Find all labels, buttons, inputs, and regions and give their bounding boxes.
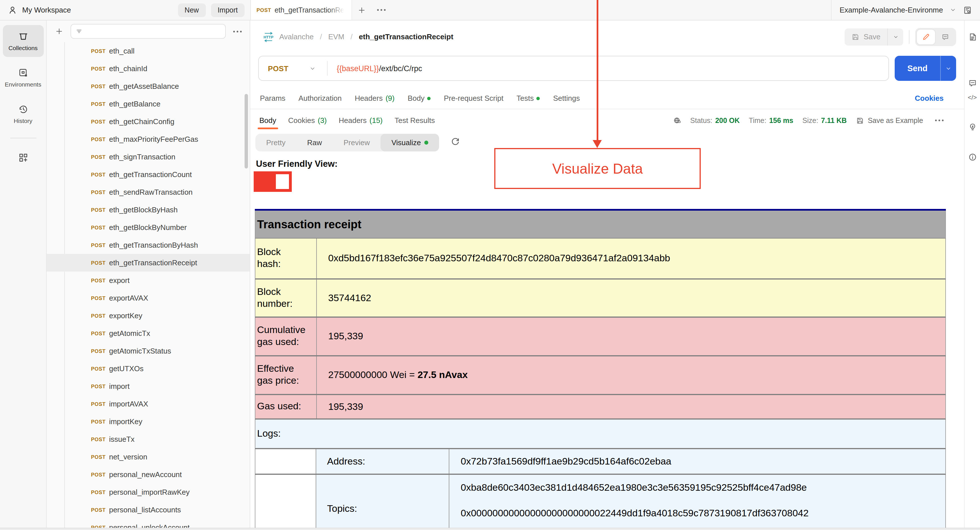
table-row-block-number: Block number: 35744162 [255, 279, 946, 318]
sidebar-filter-input[interactable] [83, 24, 225, 38]
environment-selector[interactable]: Example-Avalanche-Environme [840, 6, 943, 14]
tab-options-button[interactable] [371, 0, 391, 20]
environment-quick-look-icon[interactable] [963, 5, 972, 14]
comments-icon[interactable] [968, 78, 977, 88]
request-list-item[interactable]: POST import [47, 377, 250, 395]
breadcrumb-collection[interactable]: Avalanche [279, 32, 314, 41]
request-list-item[interactable]: POST getUTXOs [47, 360, 250, 377]
grid-add-icon [18, 153, 28, 163]
tab-pre-request-script[interactable]: Pre-request Script [444, 94, 504, 102]
code-snippet-icon[interactable]: </> [968, 94, 977, 101]
view-visualize[interactable]: Visualize [380, 134, 439, 152]
request-list-item[interactable]: POST eth_getChainConfig [47, 113, 250, 130]
status-badge[interactable]: Status:200 OK [690, 117, 740, 125]
save-as-example-button[interactable]: Save as Example [856, 117, 923, 125]
view-raw[interactable]: Raw [296, 134, 333, 152]
network-icon[interactable] [673, 116, 681, 125]
request-list-item[interactable]: POST importAVAX [47, 395, 250, 413]
response-tab-body[interactable]: Body [259, 109, 276, 131]
breadcrumb-request-name[interactable]: eth_getTransactionReceipt [359, 32, 453, 41]
request-list-item[interactable]: POST eth_getTransactionCount [47, 166, 250, 183]
comment-icon [941, 33, 949, 41]
request-list-item[interactable]: POST getAtomicTxStatus [47, 342, 250, 360]
tab-settings[interactable]: Settings [553, 94, 580, 102]
time-badge[interactable]: Time:156 ms [749, 117, 793, 125]
request-list-item[interactable]: POST eth_getTransactionReceipt [47, 254, 250, 271]
request-list-item[interactable]: POST net_version [47, 448, 250, 466]
send-button[interactable]: Send [895, 56, 956, 81]
request-list-item[interactable]: POST eth_call [47, 42, 250, 60]
request-list-item[interactable]: POST personal_newAccount [47, 466, 250, 483]
request-list-item[interactable]: POST personal_listAccounts [47, 501, 250, 519]
sidebar-filter-box[interactable] [70, 24, 226, 39]
request-list-item[interactable]: POST eth_sendRawTransaction [47, 183, 250, 201]
open-request-tab[interactable]: POST eth_getTransactionRece [251, 0, 352, 20]
postman-app-window: My Workspace New Import POST eth_getTran… [0, 0, 980, 530]
tab-tests[interactable]: Tests [517, 94, 540, 102]
save-options-button[interactable] [887, 28, 903, 45]
new-button[interactable]: New [178, 3, 205, 17]
request-list-item[interactable]: POST eth_maxPriorityFeePerGas [47, 130, 250, 148]
method-dropdown[interactable]: POST [259, 64, 327, 73]
request-list-item[interactable]: POST eth_signTransaction [47, 148, 250, 166]
user-friendly-view-toggle[interactable] [254, 171, 292, 192]
sidebar-item-history[interactable]: History [3, 98, 43, 130]
sidebar-item-collections[interactable]: Collections [3, 25, 43, 57]
view-pretty[interactable]: Pretty [255, 134, 296, 152]
request-list-item[interactable]: POST exportKey [47, 307, 250, 324]
request-name: exportAVAX [109, 294, 148, 302]
method-badge: POST [91, 454, 105, 460]
request-list-item[interactable]: POST eth_getBalance [47, 95, 250, 113]
add-request-button[interactable] [52, 24, 66, 38]
response-tab-test-results[interactable]: Test Results [395, 109, 435, 131]
documentation-icon[interactable] [968, 32, 977, 42]
comment-mode-button[interactable] [936, 29, 955, 44]
info-icon[interactable] [968, 153, 977, 162]
response-tab-headers[interactable]: Headers(15) [339, 109, 383, 131]
request-name: eth_getBalance [109, 100, 161, 108]
configure-sidebar-button[interactable] [3, 146, 43, 169]
table-row-block-hash: Block hash: 0xd5bd167f183efc36e75a925507… [255, 238, 946, 279]
toolbar-divider [909, 30, 910, 43]
new-tab-button[interactable] [352, 0, 371, 20]
tab-authorization[interactable]: Authorization [299, 94, 342, 102]
log-topics-values: 0xba8de60c3403ec381d1d484652ea1980e3c3e5… [449, 475, 945, 530]
chevron-down-icon[interactable] [950, 7, 956, 13]
request-list-item[interactable]: POST eth_getTransactionByHash [47, 236, 250, 254]
request-list-item[interactable]: POST exportAVAX [47, 289, 250, 307]
lightbulb-icon[interactable] [968, 122, 977, 131]
request-list-item[interactable]: POST importKey [47, 413, 250, 430]
tab-headers[interactable]: Headers(9) [355, 94, 395, 102]
request-list-item[interactable]: POST eth_chainId [47, 60, 250, 77]
save-button[interactable]: Save [845, 28, 903, 45]
tab-body[interactable]: Body [407, 94, 431, 102]
url-input[interactable]: {{baseURL}}/ext/bc/C/rpc [328, 64, 422, 73]
request-name: eth_getChainConfig [109, 117, 174, 126]
refresh-visualizer-icon[interactable] [450, 137, 460, 147]
request-list-item[interactable]: POST getAtomicTx [47, 324, 250, 342]
user-icon[interactable] [8, 5, 17, 14]
cumulative-gas-value: 195,339 [317, 318, 945, 355]
sidebar-scrollbar[interactable] [245, 94, 248, 169]
edit-mode-button[interactable] [917, 29, 935, 44]
size-badge[interactable]: Size:7.11 KB [803, 117, 847, 125]
import-button[interactable]: Import [211, 3, 245, 17]
request-list-item[interactable]: POST eth_getBlockByHash [47, 201, 250, 219]
request-list-item[interactable]: POST eth_getAssetBalance [47, 77, 250, 95]
tab-params[interactable]: Params [260, 94, 286, 102]
row-label: Gas used: [255, 395, 317, 418]
response-more-button[interactable] [932, 113, 946, 127]
request-list-item[interactable]: POST eth_getBlockByNumber [47, 219, 250, 236]
sidebar-item-environments[interactable]: Environments [3, 61, 43, 93]
request-list-item[interactable]: POST personal_importRawKey [47, 483, 250, 501]
send-options-button[interactable] [940, 56, 956, 81]
cookies-link[interactable]: Cookies [915, 94, 943, 102]
request-list-item[interactable]: POST issueTx [47, 430, 250, 448]
request-list-item[interactable]: POST export [47, 271, 250, 289]
toggle-on-half [254, 171, 273, 192]
breadcrumb-folder[interactable]: EVM [328, 32, 344, 41]
workspace-title[interactable]: My Workspace [22, 6, 71, 14]
response-tab-cookies[interactable]: Cookies(3) [288, 109, 327, 131]
view-preview[interactable]: Preview [333, 134, 381, 152]
sidebar-more-button[interactable] [231, 24, 244, 38]
